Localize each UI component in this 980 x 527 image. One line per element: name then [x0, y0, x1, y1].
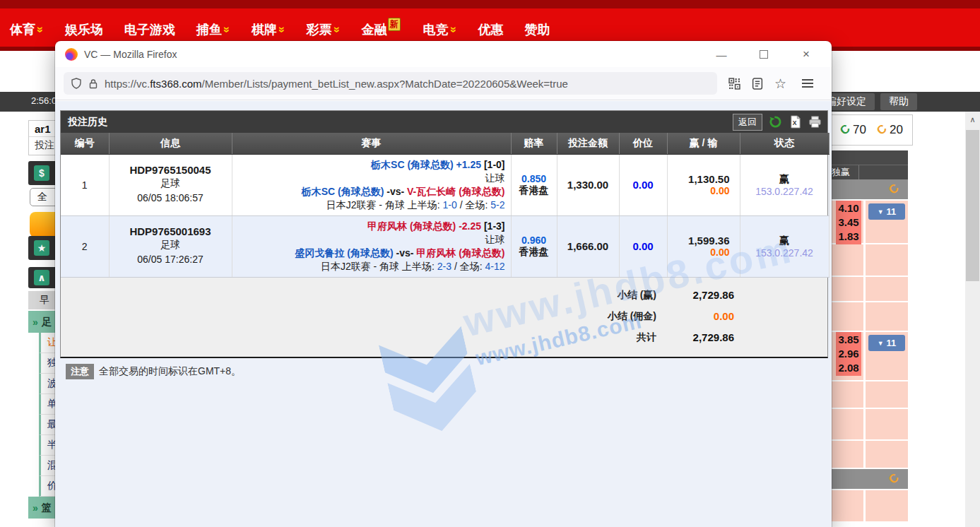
- highlighted-odds[interactable]: 3.852.962.08: [836, 332, 861, 376]
- firefox-logo-icon: [65, 48, 78, 61]
- url-text[interactable]: https://vc.fts368.com/Member/Lists/payme…: [105, 78, 568, 90]
- column-header: 投注金额: [557, 133, 619, 154]
- nav-item-彩票[interactable]: 彩票»: [307, 21, 341, 38]
- cell-odds: 0.850香港盘: [511, 154, 557, 215]
- away-team: 甲府风林 (角球总数): [416, 247, 504, 259]
- expand-odds-button[interactable]: ▼11: [868, 203, 905, 220]
- divider: [858, 165, 859, 179]
- svg-text:X: X: [793, 119, 797, 126]
- window-titlebar[interactable]: VC — Mozilla Firefox — ×: [55, 41, 832, 67]
- odds-value[interactable]: 2.96: [836, 347, 861, 361]
- column-header: 赛事: [232, 133, 511, 154]
- back-button[interactable]: 返回: [733, 114, 762, 131]
- refresh-icon[interactable]: [769, 115, 782, 129]
- maximize-button[interactable]: [753, 45, 774, 64]
- summary-label: 小结 (赢): [618, 289, 656, 302]
- bookmark-star-icon[interactable]: ☆: [774, 76, 786, 92]
- odds-cell[interactable]: [866, 441, 908, 468]
- nav-item-金融[interactable]: 金融新: [362, 21, 402, 38]
- league-line: 日本J2联赛 - 角球 上半场: 1-0 / 全场: 5-2: [238, 199, 505, 212]
- summary-section: 小结 (赢)2,729.86小结 (佣金)0.00共计2,729.86: [61, 278, 827, 357]
- cell-match: 栃木SC (角球总数) +1.25 [1-0]让球栃木SC (角球总数) -vs…: [232, 154, 511, 215]
- full-time-score: 5-2: [490, 199, 504, 211]
- refresh-icon[interactable]: C: [886, 181, 902, 197]
- scrollbar-thumb[interactable]: [966, 130, 979, 281]
- expand-odds-button[interactable]: ▼11: [868, 335, 905, 351]
- odds-cell[interactable]: [866, 381, 908, 408]
- cell-number: 1: [61, 154, 109, 215]
- odds-value[interactable]: 3.45: [836, 215, 861, 230]
- nav-item-体育[interactable]: 体育»: [10, 21, 44, 38]
- odds-value[interactable]: 1.83: [836, 230, 861, 244]
- cell-price: 0.00: [619, 215, 667, 277]
- nav-item-label: 捕鱼: [196, 21, 222, 38]
- nav-item-捕鱼[interactable]: 捕鱼»: [196, 21, 230, 38]
- minimize-button[interactable]: —: [711, 45, 732, 64]
- odds-cell[interactable]: ▼11: [866, 332, 908, 380]
- nav-item-优惠[interactable]: 优惠: [478, 21, 504, 38]
- window-title: VC — Mozilla Firefox: [84, 49, 177, 60]
- shield-icon[interactable]: [71, 78, 82, 89]
- page-scrollbar[interactable]: ∧: [965, 112, 980, 527]
- nav-item-娱乐场[interactable]: 娱乐场: [65, 21, 103, 38]
- cell-info: HDP9765150045足球06/05 18:06:57: [109, 154, 232, 215]
- refresh-icon[interactable]: C: [837, 122, 853, 138]
- refresh-icon[interactable]: C: [874, 122, 890, 138]
- pick-text: 甲府风林 (角球总数) -2.25: [367, 220, 481, 232]
- maximize-icon: [760, 50, 768, 59]
- cell-number: 2: [61, 215, 109, 277]
- nav-item-电子游戏[interactable]: 电子游戏: [124, 21, 175, 38]
- help-button[interactable]: 帮助: [880, 93, 917, 110]
- league-name: 日本J2联赛 - 角球 上半场:: [321, 261, 437, 272]
- summary-row: 小结 (赢)2,729.86: [61, 285, 827, 306]
- qr-scan-icon[interactable]: [728, 78, 740, 90]
- cell-status: 赢153.0.227.42: [740, 154, 829, 215]
- nav-item-电竞[interactable]: 电竞»: [423, 21, 457, 38]
- match-teams-line: 盛冈戈鲁拉 (角球总数) -vs- 甲府风林 (角球总数): [238, 247, 505, 260]
- nav-item-棋牌[interactable]: 棋牌»: [252, 21, 285, 38]
- bet-amount: 1,330.00: [563, 179, 613, 191]
- lock-icon[interactable]: [88, 78, 98, 89]
- highlighted-odds[interactable]: 4.103.451.83: [836, 201, 861, 244]
- note-row: 注意 全部交易的时间标识在GMT+8。: [66, 364, 241, 379]
- column-header: 信息: [109, 133, 232, 154]
- odds-cell[interactable]: [866, 302, 908, 331]
- odds-cell[interactable]: [866, 409, 908, 439]
- bet-sport: 足球: [115, 237, 226, 252]
- refresh-icon[interactable]: C: [886, 470, 902, 487]
- cell-price: 0.00: [619, 154, 667, 215]
- odds-cell[interactable]: [866, 244, 908, 276]
- close-button[interactable]: ×: [796, 45, 817, 64]
- odds-value[interactable]: 2.08: [836, 361, 861, 375]
- odds-value[interactable]: 3.85: [836, 333, 861, 347]
- firefox-window: VC — Mozilla Firefox — × https://vc.fts3…: [55, 41, 832, 527]
- excel-export-icon[interactable]: X: [789, 115, 802, 129]
- odds-cell[interactable]: [866, 490, 908, 521]
- more-count: 11: [887, 206, 897, 217]
- column-header: 价位: [619, 133, 667, 154]
- price-value: 0.00: [625, 179, 661, 191]
- print-icon[interactable]: [808, 115, 822, 129]
- match-pick-line: 栃木SC (角球总数) +1.25 [1-0]: [238, 158, 505, 172]
- odds-cell[interactable]: [866, 277, 908, 301]
- scroll-up-arrow[interactable]: ∧: [965, 112, 980, 127]
- column-header: 赔率: [511, 133, 557, 154]
- chevron-up-icon: ∧: [34, 270, 49, 285]
- bet-ref: HDP9765150045: [115, 164, 226, 176]
- url-bar[interactable]: https://vc.fts368.com/Member/Lists/payme…: [64, 72, 717, 95]
- refresh-counters: C 70 C 20: [831, 114, 913, 146]
- bet-history-panel: 投注历史 返回 X: [60, 110, 828, 358]
- double-chevron-icon: »: [33, 502, 38, 514]
- reader-mode-icon[interactable]: [752, 78, 763, 90]
- cell-info: HDP9765001693足球06/05 17:26:27: [109, 215, 232, 277]
- more-count: 11: [887, 338, 897, 348]
- odds-value: 0.960: [517, 235, 551, 246]
- nav-item-赞助[interactable]: 赞助: [525, 21, 550, 38]
- odds-type: 香港盘: [517, 246, 551, 259]
- menu-hamburger-icon[interactable]: [802, 77, 813, 90]
- odds-cell[interactable]: ▼11: [866, 201, 908, 243]
- bet-time: 06/05 17:26:27: [115, 252, 226, 267]
- odds-value[interactable]: 4.10: [836, 201, 861, 215]
- column-header: 赢 / 输: [667, 133, 740, 154]
- full-time-label: / 全场:: [451, 261, 485, 272]
